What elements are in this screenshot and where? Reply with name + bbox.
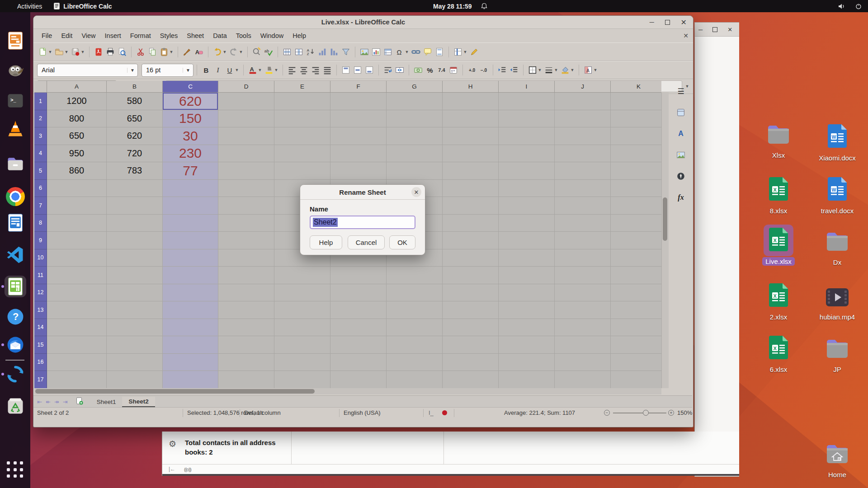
activities-button[interactable]: Activities <box>17 3 42 10</box>
properties-icon[interactable] <box>674 106 688 119</box>
sort-ascending-button[interactable] <box>316 46 328 58</box>
cell-E2[interactable] <box>274 110 330 128</box>
sheet-position-status[interactable]: Sheet 2 of 2 <box>37 409 69 416</box>
cell-F12[interactable] <box>330 284 387 302</box>
cell-F14[interactable] <box>330 319 387 337</box>
cell-J14[interactable] <box>555 319 611 337</box>
column-header-I[interactable]: I <box>499 81 555 93</box>
cell-A14[interactable] <box>47 319 107 337</box>
cell-A12[interactable] <box>47 284 107 302</box>
open-button[interactable] <box>53 46 65 58</box>
cell-H10[interactable] <box>443 249 499 267</box>
cell-C2[interactable]: 150 <box>163 110 218 128</box>
align-right-button[interactable] <box>310 64 321 76</box>
cell-C16[interactable] <box>163 354 218 371</box>
autofilter-button[interactable] <box>340 46 352 58</box>
headers-footers-button[interactable] <box>434 46 445 58</box>
insert-image-button[interactable] <box>359 46 370 58</box>
clone-formatting-button[interactable] <box>181 46 193 58</box>
close-icon[interactable]: ✕ <box>681 18 687 27</box>
row-header-3[interactable]: 3 <box>34 127 47 145</box>
terminal-dock-icon[interactable]: >_ <box>5 90 26 112</box>
help-button[interactable]: Help <box>310 235 342 249</box>
cell-F1[interactable] <box>330 93 387 110</box>
underline-button[interactable]: U <box>224 64 236 76</box>
cell-H11[interactable] <box>443 267 499 284</box>
cell-I8[interactable] <box>499 215 555 232</box>
paste-button[interactable] <box>158 46 170 58</box>
cell-C15[interactable] <box>163 336 218 354</box>
average-sum-status[interactable]: Average: 221.4; Sum: 1107 <box>504 409 575 416</box>
cell-I12[interactable] <box>499 284 555 302</box>
align-left-button[interactable] <box>286 64 298 76</box>
cell-C14[interactable] <box>163 319 218 337</box>
currency-button[interactable] <box>412 64 424 76</box>
cell-B16[interactable] <box>107 354 163 371</box>
cell-A10[interactable] <box>47 249 107 267</box>
cell-F16[interactable] <box>330 354 387 371</box>
cell-D2[interactable] <box>218 110 274 128</box>
chrome-dock-icon[interactable] <box>5 186 26 207</box>
desktop-icon-dx[interactable]: Dx <box>811 228 863 267</box>
desktop-icon-xlsx[interactable]: Xlsx <box>752 121 805 160</box>
cell-I6[interactable] <box>499 180 555 197</box>
cell-G16[interactable] <box>387 354 443 371</box>
cell-H4[interactable] <box>443 145 499 163</box>
cell-A8[interactable] <box>47 215 107 232</box>
cell-F15[interactable] <box>330 336 387 354</box>
row-header-15[interactable]: 15 <box>34 336 47 354</box>
cell-H16[interactable] <box>443 354 499 371</box>
trash-dock-icon[interactable] <box>5 395 26 417</box>
cell-G5[interactable] <box>387 162 443 180</box>
cell-E16[interactable] <box>274 354 330 371</box>
cell-G3[interactable] <box>387 127 443 145</box>
add-sheet-icon[interactable] <box>76 397 83 406</box>
cell-H8[interactable] <box>443 215 499 232</box>
menu-sheet[interactable]: Sheet <box>182 30 208 41</box>
cell-E5[interactable] <box>274 162 330 180</box>
help-dock-icon[interactable]: ? <box>5 306 26 328</box>
row-header-11[interactable]: 11 <box>34 267 47 284</box>
cell-A11[interactable] <box>47 267 107 284</box>
cell-J10[interactable] <box>555 249 611 267</box>
dialog-close-icon[interactable]: ✕ <box>411 187 421 197</box>
cell-A16[interactable] <box>47 354 107 371</box>
cell-C5[interactable]: 77 <box>163 162 218 180</box>
cell-F5[interactable] <box>330 162 387 180</box>
next-sheet-icon[interactable]: ↠ <box>54 399 59 405</box>
cell-E3[interactable] <box>274 127 330 145</box>
vertical-scroll-thumb[interactable] <box>663 197 667 241</box>
clock-menu[interactable]: May 28 11:59 <box>433 3 487 10</box>
sidebar-settings-icon[interactable]: ☰ <box>674 84 688 98</box>
cell-K11[interactable] <box>611 267 661 284</box>
cell-I7[interactable] <box>499 197 555 215</box>
desktop-icon-hubian-mp4[interactable]: hubian.mp4 <box>811 285 863 321</box>
bg-minimize-icon[interactable]: ─ <box>698 26 703 33</box>
cell-B17[interactable] <box>107 371 163 388</box>
column-header-G[interactable]: G <box>387 81 443 93</box>
cell-B4[interactable]: 720 <box>107 145 163 163</box>
menu-insert[interactable]: Insert <box>100 30 126 41</box>
insert-column-button[interactable] <box>293 46 305 58</box>
cell-J15[interactable] <box>555 336 611 354</box>
previous-sheet-icon[interactable]: ↞ <box>46 399 51 405</box>
cell-D7[interactable] <box>218 197 274 215</box>
cell-I3[interactable] <box>499 127 555 145</box>
selection-status[interactable]: Selected: 1,048,576 rows, 1 column <box>187 409 281 416</box>
zoom-out-icon[interactable]: − <box>604 410 610 416</box>
cell-K14[interactable] <box>611 319 661 337</box>
cell-H12[interactable] <box>443 284 499 302</box>
cell-G4[interactable] <box>387 145 443 163</box>
print-preview-button[interactable] <box>116 46 128 58</box>
conditional-button[interactable]: A <box>582 64 594 76</box>
sort-button[interactable]: AZ <box>305 46 316 58</box>
column-header-E[interactable]: E <box>274 81 330 93</box>
font-size-combo[interactable]: 16 pt▼ <box>142 64 193 77</box>
justify-button[interactable] <box>321 64 333 76</box>
sheet-name-input[interactable]: Sheet2 <box>310 216 415 229</box>
menu-view[interactable]: View <box>77 30 100 41</box>
cell-F17[interactable] <box>330 371 387 388</box>
column-header-J[interactable]: J <box>555 81 611 93</box>
desktop-icon-8-xlsx[interactable]: X8.xlsx <box>752 174 805 215</box>
cell-H1[interactable] <box>443 93 499 110</box>
